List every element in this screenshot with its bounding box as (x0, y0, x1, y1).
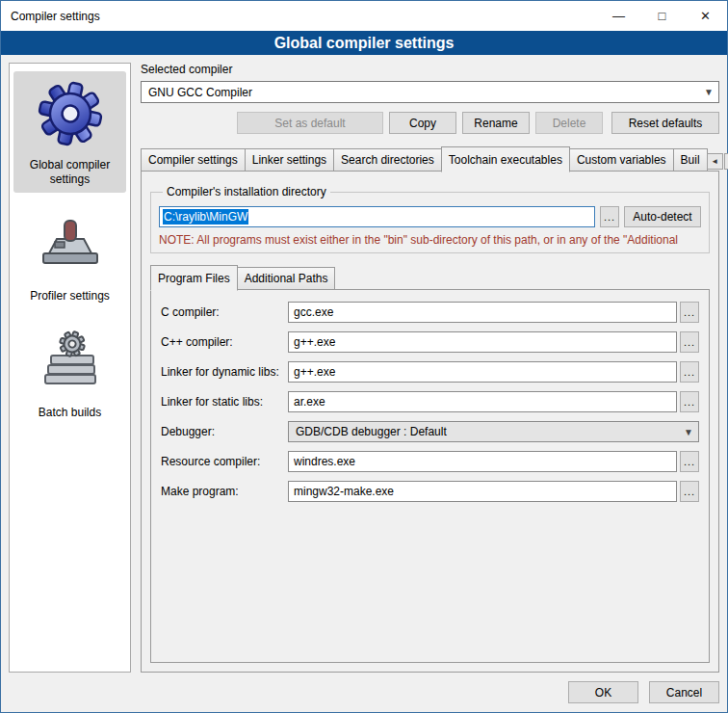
sidebar-item-profiler-settings[interactable]: Profiler settings (13, 202, 126, 309)
chevron-down-icon: ▼ (699, 87, 718, 97)
minimize-button[interactable]: — (597, 1, 640, 31)
tab-compiler-settings[interactable]: Compiler settings (141, 148, 246, 172)
rename-button[interactable]: Rename (462, 112, 530, 134)
installation-directory-group-label: Compiler's installation directory (163, 185, 330, 198)
subtab-additional-paths[interactable]: Additional Paths (237, 267, 336, 290)
blue-gear-icon (36, 79, 105, 148)
settings-sidebar: Global compiler settings Profiler settin… (9, 63, 131, 673)
selected-compiler-label: Selected compiler (141, 63, 719, 76)
tab-scroll-right-button[interactable]: ► (724, 153, 728, 170)
installation-dir-input[interactable]: C:\raylib\MinGW (159, 206, 595, 227)
dialog-footer: OK Cancel (1, 673, 727, 712)
subtab-program-files[interactable]: Program Files (150, 265, 238, 291)
cpp-compiler-label: C++ compiler: (161, 335, 288, 349)
installation-directory-row: C:\raylib\MinGW ... Auto-detect (159, 206, 701, 227)
c-compiler-label: C compiler: (161, 305, 288, 319)
tab-search-directories[interactable]: Search directories (333, 148, 442, 172)
form-row-resource-compiler: Resource compiler: ... (161, 451, 699, 472)
form-row-make-program: Make program: ... (161, 481, 699, 502)
set-as-default-button[interactable]: Set as default (237, 112, 383, 134)
debugger-label: Debugger: (161, 425, 288, 438)
browse-resource-compiler-button[interactable]: ... (680, 451, 699, 472)
tab-scroll-controls: ◄ ► (707, 153, 728, 172)
tab-build-truncated[interactable]: Buil (673, 148, 708, 172)
static-linker-label: Linker for static libs: (161, 395, 288, 409)
dialog-content: Global compiler settings Profiler settin… (1, 55, 727, 673)
dynamic-linker-input[interactable] (288, 361, 677, 383)
compiler-settings-window: Compiler settings — □ ✕ Global compiler … (0, 0, 728, 713)
program-files-page: C compiler: ... C++ compiler: ... Linker… (150, 289, 710, 663)
dynamic-linker-label: Linker for dynamic libs: (161, 365, 288, 379)
browse-static-linker-button[interactable]: ... (680, 391, 699, 412)
make-program-label: Make program: (161, 485, 288, 498)
tab-linker-settings[interactable]: Linker settings (245, 148, 334, 172)
browse-dynamic-linker-button[interactable]: ... (680, 361, 699, 383)
sidebar-item-global-compiler-settings[interactable]: Global compiler settings (13, 71, 126, 193)
browse-cpp-compiler-button[interactable]: ... (680, 331, 699, 353)
cpp-compiler-input[interactable] (288, 331, 677, 353)
delete-button[interactable]: Delete (535, 112, 603, 134)
installation-directory-group: Compiler's installation directory C:\ray… (150, 185, 710, 253)
profiler-plane-icon (36, 210, 105, 279)
tab-custom-variables[interactable]: Custom variables (569, 148, 674, 172)
compiler-select[interactable]: GNU GCC Compiler ▼ (141, 81, 719, 103)
static-linker-input[interactable] (288, 391, 677, 412)
debugger-select[interactable]: GDB/CDB debugger : Default ▼ (288, 421, 699, 442)
sidebar-item-label: Global compiler settings (15, 158, 124, 187)
titlebar: Compiler settings — □ ✕ (1, 1, 727, 31)
compiler-select-value: GNU GCC Compiler (148, 86, 252, 99)
form-row-static-linker: Linker for static libs: ... (161, 391, 699, 412)
sidebar-item-label: Profiler settings (30, 289, 110, 304)
debugger-select-value: GDB/CDB debugger : Default (296, 425, 447, 438)
tab-scroll-left-button[interactable]: ◄ (707, 153, 723, 170)
resource-compiler-input[interactable] (288, 451, 677, 472)
resource-compiler-label: Resource compiler: (161, 455, 288, 468)
browse-installation-dir-button[interactable]: ... (600, 206, 619, 227)
close-button[interactable]: ✕ (684, 1, 727, 31)
bin-subdirectory-note: NOTE: All programs must exist either in … (159, 233, 701, 247)
compiler-actions: Set as default Copy Rename Delete Reset … (141, 112, 719, 134)
installation-dir-selected-text: C:\raylib\MinGW (163, 209, 248, 224)
form-row-c-compiler: C compiler: ... (161, 302, 699, 323)
cancel-button[interactable]: Cancel (649, 681, 719, 703)
copy-button[interactable]: Copy (389, 112, 456, 134)
form-row-debugger: Debugger: GDB/CDB debugger : Default ▼ (161, 421, 699, 442)
form-row-dynamic-linker: Linker for dynamic libs: ... (161, 361, 699, 383)
batch-builds-icon (36, 327, 105, 396)
make-program-input[interactable] (288, 481, 677, 502)
browse-c-compiler-button[interactable]: ... (680, 302, 699, 323)
executables-subtabs: Program Files Additional Paths (150, 265, 710, 290)
tab-toolchain-executables[interactable]: Toolchain executables (441, 146, 570, 172)
chevron-down-icon: ▼ (679, 427, 698, 437)
settings-tabs: Compiler settings Linker settings Search… (141, 146, 719, 172)
browse-make-program-button[interactable]: ... (680, 481, 699, 502)
auto-detect-button[interactable]: Auto-detect (624, 206, 701, 227)
maximize-button[interactable]: □ (640, 1, 684, 31)
sidebar-item-batch-builds[interactable]: Batch builds (13, 319, 126, 426)
ok-button[interactable]: OK (568, 681, 638, 703)
page-title: Global compiler settings (1, 31, 727, 55)
c-compiler-input[interactable] (288, 302, 677, 323)
main-panel: Selected compiler GNU GCC Compiler ▼ Set… (141, 63, 719, 673)
reset-defaults-button[interactable]: Reset defaults (611, 112, 719, 134)
form-row-cpp-compiler: C++ compiler: ... (161, 331, 699, 353)
sidebar-item-label: Batch builds (39, 406, 101, 420)
toolchain-executables-page: Compiler's installation directory C:\ray… (141, 171, 719, 673)
window-title: Compiler settings (1, 1, 597, 31)
